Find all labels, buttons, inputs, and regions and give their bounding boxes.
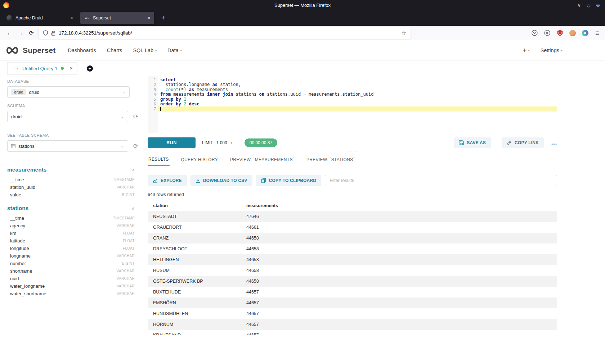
column-row: water_shortnameVARCHAR	[7, 290, 138, 297]
tab-close-icon[interactable]: ×	[148, 15, 151, 21]
container-pinwheel-icon[interactable]	[582, 30, 588, 36]
results-tab-preview-measurements[interactable]: PREVIEW: `MEASUREMENTS`	[229, 157, 295, 166]
table-schema-label: SEE TABLE SCHEMA	[7, 133, 138, 137]
sql-editor[interactable]: 1234567 select stations.longname as stat…	[148, 76, 557, 133]
save-icon	[459, 140, 464, 145]
code-line: order by 2 desc	[158, 102, 557, 106]
new-tab-button[interactable]: +	[158, 14, 168, 22]
reload-button[interactable]: ⟳	[26, 29, 37, 36]
browser-tab[interactable]: ∞Superset×	[80, 12, 154, 24]
results-tab-results[interactable]: RESULTS	[148, 157, 170, 166]
column-row: __timeTIMESTAMP	[7, 214, 138, 222]
schema-select[interactable]: druid ⌄	[7, 111, 128, 122]
save-as-button[interactable]: SAVE AS	[454, 137, 491, 148]
results-tab-query-history[interactable]: QUERY HISTORY	[180, 157, 219, 166]
collapse-chevron-icon[interactable]: ∧	[132, 168, 135, 172]
browser-tab-title: Superset	[93, 15, 144, 21]
column-type: BIGINT	[122, 193, 135, 197]
copy-to-clipboard-button[interactable]: COPY TO CLIPBOARD	[256, 175, 322, 186]
refresh-table-icon[interactable]: ⟳	[133, 142, 138, 150]
bookmark-star-icon[interactable]: ☆	[402, 30, 406, 36]
query-tab[interactable]: ⋮⋮ Untitled Query 1 ×	[7, 62, 77, 75]
window-close-icon[interactable]: ⊗	[596, 3, 600, 8]
cell-station: GRAUERORT	[148, 225, 241, 230]
chevron-down-icon: ⌄	[122, 90, 126, 95]
privacy-badger-icon[interactable]	[569, 30, 576, 36]
editor-code[interactable]: select stations.longname as station, cou…	[158, 76, 557, 133]
column-type: VARCHAR	[117, 185, 135, 189]
results-column-header[interactable]: station	[148, 200, 241, 211]
column-type: TIMESTAMP	[113, 178, 135, 182]
cell-station: CRANZ	[148, 236, 241, 241]
database-select[interactable]: druid druid ⌄	[7, 86, 130, 98]
window-titlebar: Superset — Mozilla Firefox ∨ ◇ ⊗	[0, 0, 605, 10]
cell-measurements: 44658	[241, 268, 264, 273]
column-name: latitude	[10, 238, 25, 244]
code-line: group by 1	[158, 97, 557, 102]
browser-tab[interactable]: Apache Druid×	[3, 12, 77, 24]
column-type: VARCHAR	[117, 292, 135, 296]
download-csv-label: DOWNLOAD TO CSV	[203, 178, 247, 183]
code-line: select	[158, 78, 557, 82]
column-row: station_uuidVARCHAR	[7, 183, 138, 191]
forward-button[interactable]: →	[15, 30, 26, 36]
cell-measurements: 44657	[241, 322, 264, 327]
table-row: EMSHÖRN44657	[148, 297, 557, 308]
insecure-lock-icon[interactable]	[51, 31, 55, 36]
column-row: uuidVARCHAR	[7, 275, 138, 282]
run-button[interactable]: RUN	[148, 137, 196, 148]
cell-measurements: 44661	[241, 225, 264, 230]
line-number: 1	[148, 78, 158, 82]
column-type: TIMESTAMP	[113, 216, 135, 220]
schema-table-name: stations	[7, 205, 28, 211]
collapse-chevron-icon[interactable]: ∧	[132, 206, 135, 211]
column-name: longitude	[10, 246, 29, 251]
limit-dropdown[interactable]: LIMIT: 1 000 ▾	[202, 140, 232, 145]
schema-table-header-measurements[interactable]: measurements∧	[7, 167, 138, 173]
extension-icons: ≡	[532, 29, 601, 37]
results-tab-preview-stations[interactable]: PREVIEW: `STATIONS`	[306, 157, 355, 166]
refresh-schema-icon[interactable]: ⟳	[133, 113, 138, 120]
tab-close-icon[interactable]: ×	[70, 15, 73, 21]
cell-measurements: 44658	[241, 257, 264, 262]
settings-menu[interactable]: Settings▾	[541, 47, 563, 53]
explore-button[interactable]: EXPLORE	[148, 175, 187, 186]
close-query-tab-icon[interactable]: ×	[70, 65, 73, 71]
filter-results-input[interactable]	[325, 175, 557, 186]
tracking-shield-icon[interactable]	[43, 30, 48, 36]
menu-hamburger-icon[interactable]: ≡	[595, 29, 599, 37]
drag-grip-icon[interactable]: ⋮⋮	[12, 66, 19, 71]
back-button[interactable]: ←	[4, 30, 15, 36]
copy-link-button[interactable]: COPY LINK	[502, 137, 544, 148]
column-name: agency	[10, 223, 25, 228]
column-type: BIGINT	[122, 261, 135, 265]
table-select[interactable]: stations ⌄	[7, 140, 128, 152]
url-text[interactable]: 172.18.0.4:32251/superset/sqllab/	[59, 30, 398, 36]
nav-item-dashboards[interactable]: Dashboards	[68, 47, 96, 53]
window-minimize-icon[interactable]: ∨	[578, 3, 581, 8]
results-column-header[interactable]: measurements	[241, 200, 283, 211]
nav-item-sql-lab[interactable]: SQL Lab▾	[133, 47, 157, 53]
add-new-button[interactable]: +▾	[523, 46, 529, 54]
ublock-shield-icon[interactable]	[557, 30, 563, 36]
cell-measurements: 44658	[241, 246, 264, 251]
window-maximize-icon[interactable]: ◇	[587, 3, 590, 8]
download-csv-button[interactable]: DOWNLOAD TO CSV	[191, 175, 252, 186]
pane-splitter-handle[interactable]: ······	[148, 148, 557, 154]
column-row: water_longnameVARCHAR	[7, 282, 138, 290]
superset-logo[interactable]: Superset	[5, 46, 55, 55]
explore-label: EXPLORE	[161, 178, 182, 183]
pocket-icon[interactable]	[532, 30, 538, 36]
url-bar[interactable]: 172.18.0.4:32251/superset/sqllab/ ☆	[39, 27, 411, 39]
cell-measurements: 44657	[241, 311, 264, 316]
schema-table-header-stations[interactable]: stations∧	[7, 205, 138, 211]
account-badge-icon[interactable]	[544, 30, 551, 36]
cell-measurements: 44658	[241, 279, 264, 284]
add-query-tab-button[interactable]: +	[87, 65, 93, 72]
more-options-icon[interactable]: …	[551, 139, 557, 146]
column-row: longitudeFLOAT	[7, 245, 138, 252]
column-row: valueBIGINT	[7, 191, 138, 199]
nav-item-charts[interactable]: Charts	[107, 47, 122, 53]
nav-item-data[interactable]: Data▾	[167, 47, 182, 53]
sqllab-main: DATABASE druid druid ⌄ SCHEMA druid ⌄ ⟳ …	[0, 76, 605, 364]
